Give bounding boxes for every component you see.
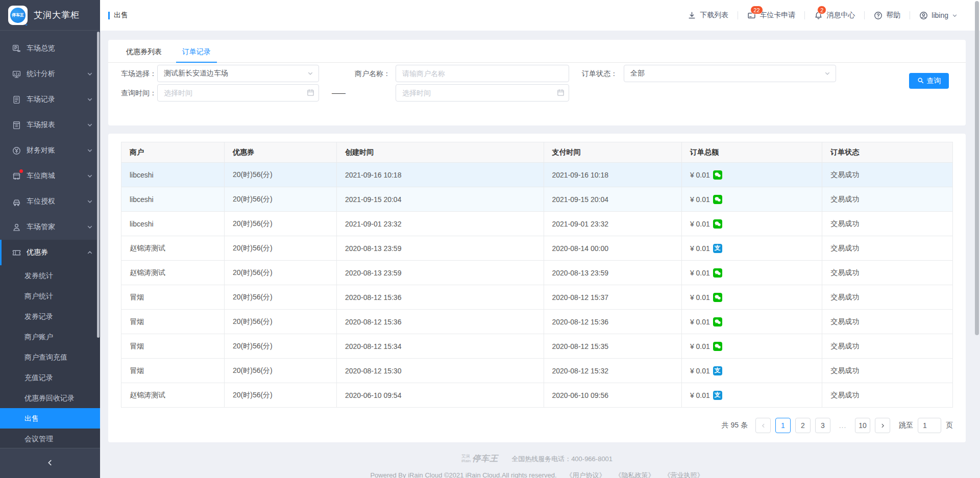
breadcrumb: 出售 (108, 11, 128, 20)
sidebar-subitem-issue-stats[interactable]: 发券统计 (0, 265, 100, 286)
pagination-page-1[interactable]: 1 (775, 418, 791, 433)
topbar-card-apply[interactable]: 22车位卡申请 (747, 11, 795, 20)
footer-brand-bottom: iRain (461, 459, 471, 464)
order-status-select[interactable]: 全部 (624, 65, 836, 82)
ticket-icon (12, 248, 21, 257)
start-time-input[interactable] (157, 84, 319, 102)
amount-cell: ¥ 0.01 (681, 310, 822, 334)
sidebar-scrollbar-thumb[interactable] (97, 32, 100, 338)
sidebar-subitem-recharge-records[interactable]: 充值记录 (0, 367, 100, 388)
created-cell: 2020-08-13 23:59 (336, 236, 544, 261)
park-select[interactable]: 测试新长安道边车场 (157, 65, 319, 82)
footer-brand-logo: 艾润 iRain 停车王 (461, 454, 498, 464)
topbar-message-center[interactable]: 2消息中心 (814, 11, 855, 20)
topbar-download-list[interactable]: 下载列表 (688, 11, 728, 20)
sidebar-item-label: 车场总览 (27, 44, 93, 53)
created-cell: 2020-06-10 09:54 (336, 383, 544, 408)
alipay-pay-icon: 支 (713, 391, 722, 400)
paid-cell: 2020-08-14 00:00 (544, 236, 681, 261)
created-cell: 2020-08-12 15:36 (336, 310, 544, 334)
order-amount: ¥ 0.01 (690, 269, 710, 277)
date-range-separator: —— (332, 84, 345, 102)
sidebar-item-space-authorization[interactable]: 车位授权 (0, 189, 100, 214)
breadcrumb-accent-bar (108, 12, 110, 19)
wechat-pay-icon (713, 219, 722, 229)
column-header: 支付时间 (544, 142, 681, 163)
sidebar-subitem-merchant-account[interactable]: 商户账户 (0, 326, 100, 347)
sidebar-item-stats-analysis[interactable]: 统计分析 (0, 61, 100, 87)
table-row: 赵锦涛测试20(时)56(分)2020-08-13 23:592020-08-1… (121, 261, 953, 285)
end-time-input[interactable] (396, 84, 569, 102)
sidebar-item-park-records[interactable]: 车场记录 (0, 87, 100, 112)
page-scrollbar[interactable] (974, 0, 980, 478)
pagination-prev-button[interactable] (755, 418, 771, 433)
column-header: 订单状态 (822, 142, 953, 163)
merchant-cell: 赵锦涛测试 (121, 236, 225, 261)
coupon-cell: 20(时)56(分) (224, 285, 336, 310)
table-row: libceshi20(时)56(分)2021-09-01 23:322021-0… (121, 212, 953, 236)
sidebar-subitem-merchant-recharge[interactable]: 商户查询充值 (0, 347, 100, 367)
merchant-name-label: 商户名称： (355, 65, 390, 82)
sidebar-subitem-meeting-management[interactable]: 会议管理 (0, 429, 100, 448)
sidebar-header: 停车王 ⌄ 艾润大掌柜 (0, 0, 100, 31)
sidebar-item-label: 车位商城 (27, 171, 87, 181)
parking-icon (12, 44, 21, 53)
amount-cell: ¥ 0.01 (681, 334, 822, 359)
sidebar-item-park-manager[interactable]: 车场管家 (0, 214, 100, 240)
footer-link-privacy-policy[interactable]: 《隐私政策》 (615, 471, 655, 478)
pagination-next-button[interactable] (875, 418, 890, 433)
footer-link-business-license[interactable]: 《营业执照》 (664, 471, 704, 478)
status-cell: 交易成功 (822, 236, 953, 261)
amount-cell: ¥ 0.01支 (681, 236, 822, 261)
coupon-cell: 20(时)56(分) (224, 261, 336, 285)
paid-cell: 2020-08-12 15:36 (544, 310, 681, 334)
order-amount: ¥ 0.01 (690, 171, 710, 179)
sidebar-item-park-overview[interactable]: 车场总览 (0, 36, 100, 61)
app-title: 艾润大掌柜 (34, 9, 80, 21)
table-row: 冒烟20(时)56(分)2020-08-12 15:362020-08-12 1… (121, 310, 953, 334)
footer-brand-name: 停车王 (472, 454, 498, 464)
tab-order-records[interactable]: 订单记录 (176, 47, 217, 62)
tab-coupon-list[interactable]: 优惠券列表 (120, 47, 168, 62)
table-body: libceshi20(时)56(分)2021-09-16 10:182021-0… (121, 163, 953, 408)
topbar-actions: 下载列表22车位卡申请2消息中心帮助libing (688, 11, 958, 20)
sidebar-subitem-merchant-stats[interactable]: 商户统计 (0, 286, 100, 306)
pagination-page-2[interactable]: 2 (795, 418, 811, 433)
sidebar-item-coupon[interactable]: 优惠券 (0, 240, 100, 265)
breadcrumb-label: 出售 (114, 11, 128, 20)
created-cell: 2020-08-13 23:59 (336, 261, 544, 285)
sidebar-subitem-coupon-recycle-records[interactable]: 优惠券回收记录 (0, 388, 100, 408)
topbar-user-menu[interactable]: libing (919, 11, 958, 20)
merchant-cell: 赵锦涛测试 (121, 383, 225, 408)
merchant-name-input[interactable] (396, 65, 569, 82)
status-cell: 交易成功 (822, 359, 953, 383)
sidebar-item-finance-reconciliation[interactable]: 财务对账 (0, 138, 100, 163)
park-select-value: 测试新长安道边车场 (164, 69, 228, 78)
pagination-jump-label: 跳至 (899, 421, 913, 430)
card-apply-badge: 22 (750, 6, 763, 14)
alipay-pay-icon: 支 (713, 244, 722, 253)
page-scrollbar-thumb[interactable] (975, 1, 979, 335)
chevron-down-icon (87, 224, 93, 230)
sidebar-subitem-issue-records[interactable]: 发券记录 (0, 306, 100, 326)
sidebar-subitem-sell[interactable]: 出售 (0, 408, 100, 429)
pagination-page-10[interactable]: 10 (855, 418, 870, 433)
sidebar-item-park-reports[interactable]: 车场报表 (0, 112, 100, 138)
bell-icon: 2 (814, 11, 823, 20)
order-amount: ¥ 0.01 (690, 244, 710, 253)
coupon-cell: 20(时)56(分) (224, 334, 336, 359)
sidebar-collapse-button[interactable] (0, 448, 100, 478)
table-row: 冒烟20(时)56(分)2020-08-12 15:362020-08-12 1… (121, 285, 953, 310)
pagination-total: 共 95 条 (722, 421, 748, 430)
topbar-help[interactable]: 帮助 (874, 11, 900, 20)
chevron-left-icon (46, 459, 54, 468)
footer-link-user-agreement[interactable]: 《用户协议》 (566, 471, 606, 478)
alipay-pay-icon: 支 (713, 366, 722, 375)
sidebar-item-space-mall[interactable]: 车位商城 (0, 163, 100, 189)
amount-cell: ¥ 0.01 (681, 163, 822, 187)
pagination-jump-input[interactable] (918, 418, 941, 433)
question-icon (874, 11, 883, 20)
search-button[interactable]: 查询 (909, 73, 949, 89)
sidebar-item-label: 车位授权 (27, 197, 87, 206)
pagination-page-3[interactable]: 3 (815, 418, 830, 433)
